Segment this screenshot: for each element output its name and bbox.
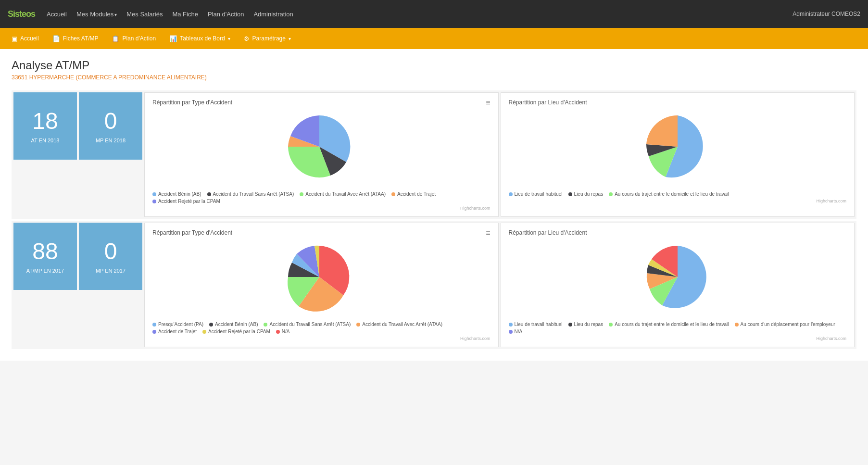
legend-item-cpam-2017: Accident Rejeté par la CPAM (202, 329, 270, 334)
nav-plan-action[interactable]: Plan d'Action (208, 11, 244, 18)
subnav-accueil-label: Accueil (20, 35, 39, 42)
chart-lieu-accident-2017: Répartition par Lieu d'Accident (501, 223, 855, 347)
legend-label-na-2017-lieu: N/A (515, 329, 523, 334)
chart-type-accident-2017: ≡ Répartition par Type d'Accident (144, 223, 499, 347)
legend-dot-atsa-2017 (264, 323, 267, 327)
legend-label-cpam: Accident Rejeté par la CPAM (158, 199, 220, 204)
legend-label-ab: Accident Bénin (AB) (158, 191, 201, 197)
stat-at-2018[interactable]: 18 AT EN 2018 (13, 92, 77, 160)
legend-item-na-2017: N/A (276, 329, 290, 334)
stat-number-atmp-2017: 88 (32, 239, 58, 264)
legend-label-ab-2017: Accident Bénin (AB) (215, 322, 258, 327)
stat-label-atmp-2017: AT/MP EN 2017 (26, 268, 64, 274)
stat-number-at-2018: 18 (32, 109, 58, 134)
legend-item-trajet-2018: Accident de Trajet (391, 191, 436, 197)
user-info: Administrateur COMEOS2 (793, 11, 860, 17)
chevron-down-icon-tableaux: ▾ (228, 36, 230, 41)
chart-header-lieu-2017: Répartition par Lieu d'Accident (509, 229, 847, 236)
stat-mp-2018[interactable]: 0 MP EN 2018 (79, 92, 142, 160)
subnav-tableaux-label: Tableaux de Bord (180, 35, 225, 42)
legend-dot-trajet (391, 192, 395, 196)
chart-legend-lieu-2017: Lieu de travail habituel Lieu du repas A… (509, 322, 847, 334)
legend-dot-trajet-2017-lieu (609, 323, 613, 327)
legend-dot-trajet-2017 (152, 330, 156, 334)
brand-logo[interactable]: Sisteos (8, 9, 35, 19)
legend-dot-lieu-travail (509, 192, 513, 196)
legend-item-ataa-2018: Accident du Travail Avec Arrêt (ATAA) (300, 191, 386, 197)
legend-label-atsa: Accident du Travail Sans Arrêt (ATSA) (213, 191, 294, 197)
chart-menu-icon-2017[interactable]: ≡ (486, 229, 490, 238)
pie-chart-lieu-2018 (634, 108, 721, 185)
subnav-tableaux-bord[interactable]: 📊 Tableaux de Bord ▾ (164, 32, 236, 45)
legend-dot-lieu-repas-2017 (568, 323, 572, 327)
stat-label-mp-2017: MP EN 2017 (96, 268, 126, 274)
legend-label-pa: Presqu'Accident (PA) (158, 322, 203, 327)
home-icon: ▣ (12, 35, 17, 42)
stat-atmp-2017[interactable]: 88 AT/MP EN 2017 (13, 223, 77, 290)
legend-label-deplacement-2017: Au cours d'un déplacement pour l'employe… (741, 322, 835, 327)
legend-label-trajet-2017-lieu: Au cours du trajet entre le domicile et … (615, 322, 729, 327)
nav-mes-modules[interactable]: Mes Modules▾ (76, 11, 117, 18)
page-content: Analyse AT/MP 33651 HYPERMARCHE (COMMERC… (0, 49, 868, 361)
legend-dot-na-2017-lieu (509, 330, 513, 334)
legend-item-cpam-2018: Accident Rejeté par la CPAM (152, 199, 220, 204)
legend-item-lieu-travail: Lieu de travail habituel (509, 191, 563, 197)
nav-ma-fiche[interactable]: Ma Fiche (172, 11, 198, 18)
sub-navbar: ▣ Accueil 📄 Fiches AT/MP 📋 Plan d'Action… (0, 28, 868, 49)
legend-label-lieu-travail-2017: Lieu de travail habituel (515, 322, 563, 327)
chevron-down-icon-param: ▾ (289, 36, 291, 41)
chevron-down-icon: ▾ (114, 12, 117, 17)
subnav-fiches-atmp[interactable]: 📄 Fiches AT/MP (47, 32, 104, 45)
subnav-accueil[interactable]: ▣ Accueil (6, 32, 45, 45)
legend-label-trajet-2017: Accident de Trajet (158, 329, 197, 334)
legend-item-lieu-repas: Lieu du repas (568, 191, 604, 197)
highcharts-credit-2: Highcharts.com (509, 199, 847, 203)
legend-item-pa: Presqu'Accident (PA) (152, 322, 203, 327)
top-navbar: Sisteos Accueil Mes Modules▾ Mes Salarié… (0, 0, 868, 28)
chart-container-lieu-2017 (509, 236, 847, 318)
legend-item-atsa-2018: Accident du Travail Sans Arrêt (ATSA) (207, 191, 294, 197)
legend-label-ataa: Accident du Travail Avec Arrêt (ATAA) (305, 191, 386, 197)
legend-lieu-repas-2017: Lieu du repas (568, 322, 604, 327)
stat-number-mp-2018: 0 (104, 109, 117, 134)
chart-container-type-2018 (152, 106, 486, 188)
legend-dot-lieu-repas (568, 192, 572, 196)
chart-lieu-accident-2018: Répartition par Lieu d'Accident Lieu (501, 92, 855, 217)
chart-menu-icon-2018[interactable]: ≡ (486, 99, 490, 107)
legend-dot-atsa (207, 192, 211, 196)
subnav-fiches-label: Fiches AT/MP (63, 35, 99, 42)
chart-title-lieu-2018: Répartition par Lieu d'Accident (509, 99, 587, 106)
nav-mes-salaries[interactable]: Mes Salariés (126, 11, 163, 18)
legend-dot-lieu-travail-2017 (509, 323, 513, 327)
subnav-plan-label: Plan d'Action (122, 35, 156, 42)
page-title: Analyse AT/MP (12, 59, 856, 72)
legend-label-ataa-2017: Accident du Travail Avec Arrêt (ATAA) (362, 322, 442, 327)
chart-title-type-2018: ≡ Répartition par Type d'Accident (152, 99, 491, 106)
file-icon: 📄 (52, 35, 60, 42)
legend-deplacement-2017: Au cours d'un déplacement pour l'employe… (735, 322, 835, 327)
stat-cards-row1: 18 AT EN 2018 0 MP EN 2018 (13, 92, 142, 217)
legend-label-trajet: Accident de Trajet (397, 191, 436, 197)
chart-title-lieu-2017: Répartition par Lieu d'Accident (509, 229, 587, 236)
legend-dot-ab (152, 192, 156, 196)
chart-legend-lieu-2018: Lieu de travail habituel Lieu du repas A… (509, 191, 847, 197)
brand-name-part2: eos (22, 9, 35, 19)
chart-legend-type-2018: Accident Bénin (AB) Accident du Travail … (152, 191, 491, 204)
nav-accueil[interactable]: Accueil (47, 11, 67, 18)
legend-label-lieu-repas-2017: Lieu du repas (574, 322, 604, 327)
subnav-parametrage[interactable]: ⚙ Paramétrage ▾ (238, 32, 297, 45)
legend-item-trajet-domicile: Au cours du trajet entre le domicile et … (609, 191, 729, 197)
pie-chart-lieu-2017 (634, 239, 721, 315)
legend-item-trajet-2017: Accident de Trajet (152, 329, 197, 334)
subnav-plan-action[interactable]: 📋 Plan d'Action (106, 32, 162, 45)
legend-item-ab-2018: Accident Bénin (AB) (152, 191, 201, 197)
highcharts-credit-1: Highcharts.com (152, 206, 491, 211)
stat-label-mp-2018: MP EN 2018 (96, 138, 126, 143)
nav-administration[interactable]: Administration (253, 11, 293, 18)
chart-type-accident-2018: ≡ Répartition par Type d'Accident (144, 92, 499, 217)
stat-mp-2017[interactable]: 0 MP EN 2017 (79, 223, 142, 290)
legend-dot-trajet-domicile (609, 192, 613, 196)
top-nav-links: Accueil Mes Modules▾ Mes Salariés Ma Fic… (47, 11, 793, 18)
legend-item-ataa-2017: Accident du Travail Avec Arrêt (ATAA) (356, 322, 442, 327)
legend-label-cpam-2017: Accident Rejeté par la CPAM (208, 329, 270, 334)
